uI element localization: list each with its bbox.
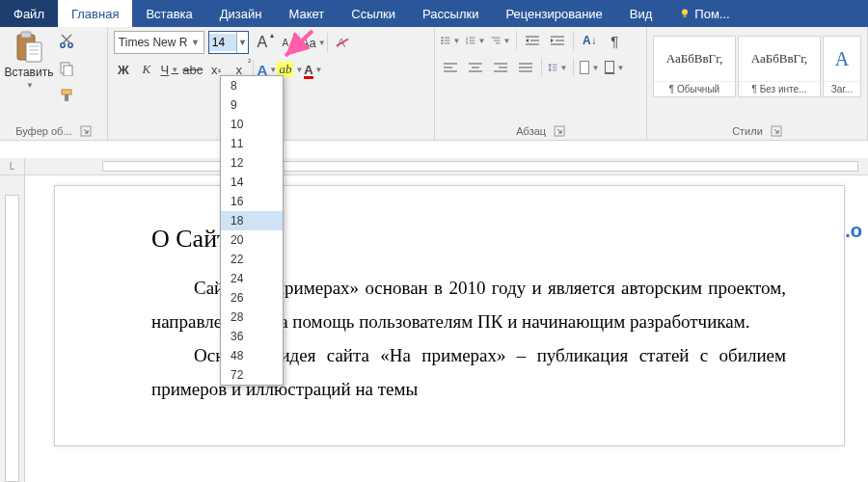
line-spacing-button[interactable]: ▼ [548,58,567,77]
font-size-option[interactable]: 24 [221,269,283,288]
style-preview: АаБбВвГг, [654,37,735,81]
bold-button[interactable]: Ж [114,60,133,79]
font-size-dropdown[interactable]: 891011121416182022242628364872 [220,75,284,386]
font-size-option[interactable]: 14 [221,173,283,192]
tab-review[interactable]: Рецензирование [492,0,615,27]
tab-home[interactable]: Главная [58,0,132,27]
font-size-combo[interactable]: ▼ [208,31,249,54]
font-name-value: Times New R [119,36,188,49]
show-marks-button[interactable]: ¶ [605,31,624,50]
style-preview: АаБбВвГг, [739,37,820,81]
style-normal[interactable]: АаБбВвГг, ¶ Обычный [653,36,736,97]
font-size-option[interactable]: 8 [221,76,283,95]
dialog-launcher-icon[interactable] [554,125,565,137]
font-size-option[interactable]: 22 [221,250,283,269]
ruler-horizontal[interactable] [25,158,868,175]
font-size-option[interactable]: 72 [221,365,283,385]
shading-button[interactable]: ▼ [580,58,599,77]
tab-mailings[interactable]: Рассылки [409,0,492,27]
page[interactable]: О Сайте Сайт «На примерах» основан в 201… [54,185,845,446]
font-name-combo[interactable]: Times New R ▼ [114,31,204,54]
increase-indent-button[interactable] [548,31,567,50]
font-size-option[interactable]: 36 [221,327,283,346]
font-size-option[interactable]: 20 [221,230,283,250]
scissors-icon [59,34,74,49]
chevron-down-icon: ▼ [191,38,200,47]
style-name-label: ¶ Без инте... [739,81,820,96]
clipboard-group-label: Буфер об... [15,123,71,138]
tab-layout[interactable]: Макет [275,0,338,27]
svg-rect-15 [65,94,68,101]
sort-button[interactable]: А↓ [580,31,599,50]
annotation-arrow-icon [280,27,318,66]
font-size-option[interactable]: 48 [221,346,283,365]
decrease-indent-button[interactable] [523,31,542,50]
font-size-option[interactable]: 11 [221,134,283,153]
paste-label: Вставить [5,66,54,79]
svg-rect-4 [26,42,41,62]
font-size-option[interactable]: 28 [221,308,283,327]
separator [573,58,574,77]
borders-button[interactable]: ▼ [605,58,624,77]
separator [573,31,574,50]
tab-design[interactable]: Дизайн [206,0,276,27]
document-area[interactable]: naprimerax.o О Сайте Сайт «На примерах» … [25,175,868,482]
paint-bucket-icon [580,61,589,74]
border-icon [605,61,614,74]
bullets-button[interactable]: ▼ [441,31,460,50]
lightbulb-icon [679,8,691,19]
svg-point-8 [61,43,65,47]
tab-insert[interactable]: Вставка [132,0,205,27]
paste-button[interactable]: Вставить ▼ [6,31,52,106]
font-size-option[interactable]: 26 [221,288,283,308]
font-size-option[interactable]: 18 [221,211,283,230]
ruler-vertical[interactable] [0,175,25,482]
strikethrough-button[interactable]: abc [183,60,203,79]
chevron-down-icon: ▼ [26,81,34,90]
svg-point-21 [442,42,444,44]
numbering-button[interactable]: 123▼ [466,31,485,50]
align-center-button[interactable] [466,58,485,77]
styles-group-label: Стили [732,123,763,138]
underline-button[interactable]: Ч▼ [160,60,179,79]
separator [327,33,328,52]
font-size-option[interactable]: 12 [221,153,283,173]
align-right-button[interactable] [491,58,510,77]
tab-file[interactable]: Файл [0,0,58,27]
style-heading1[interactable]: А Заг... [823,36,861,97]
tab-references[interactable]: Ссылки [338,0,409,27]
justify-button[interactable] [516,58,535,77]
multilevel-list-button[interactable]: ▼ [491,31,510,50]
clipboard-paste-icon [14,31,43,64]
tell-me-label: Пом... [694,7,729,21]
italic-button[interactable]: К [137,60,156,79]
copy-icon [59,61,74,76]
font-size-option[interactable]: 16 [221,192,283,211]
style-name-label: Заг... [824,81,860,96]
ruler-corner: L [0,158,25,175]
copy-button[interactable] [56,58,77,79]
format-painter-button[interactable] [56,85,77,106]
svg-point-17 [442,37,444,39]
svg-rect-14 [62,90,71,94]
font-size-input[interactable] [209,34,236,51]
tab-view[interactable]: Вид [616,0,666,27]
font-size-option[interactable]: 10 [221,115,283,134]
grow-font-button[interactable]: A▴ [253,33,272,52]
separator [516,31,517,50]
svg-point-0 [682,10,688,15]
svg-rect-1 [684,15,687,17]
svg-point-19 [442,40,444,41]
style-preview: А [824,37,860,81]
align-left-button[interactable] [441,58,460,77]
dialog-launcher-icon[interactable] [80,125,92,137]
svg-text:3: 3 [466,41,468,45]
style-no-spacing[interactable]: АаБбВвГг, ¶ Без инте... [738,36,821,97]
dialog-launcher-icon[interactable] [771,125,782,137]
cut-button[interactable] [56,31,77,52]
tab-tell-me[interactable]: Пом... [665,0,743,27]
font-size-option[interactable]: 9 [221,95,283,115]
chevron-down-icon[interactable]: ▼ [236,32,248,53]
clear-formatting-button[interactable]: A [332,33,351,52]
svg-rect-3 [21,32,31,38]
